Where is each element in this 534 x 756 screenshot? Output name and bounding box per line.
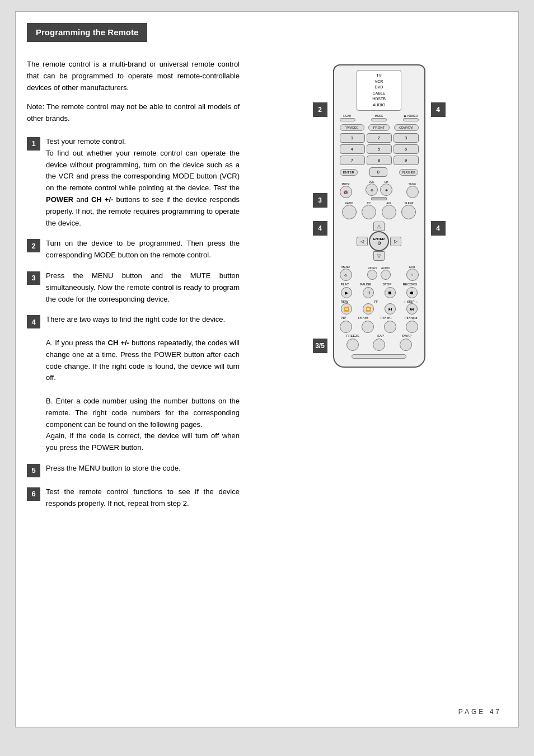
freeze-button[interactable] bbox=[346, 339, 359, 351]
nav-mid-row: ◁ ENTER ⊙ ▷ bbox=[357, 231, 401, 251]
pip-labels-row: PIP PIP ch PIP ch+ PIPInput bbox=[340, 316, 419, 320]
page-title: Programming the Remote bbox=[36, 27, 138, 37]
ratio-button[interactable] bbox=[342, 205, 357, 219]
step-text-2: Turn on the device to be programmed. The… bbox=[46, 238, 240, 261]
nav-down-button[interactable]: ▽ bbox=[373, 251, 385, 261]
swap-button[interactable] bbox=[400, 339, 412, 351]
light-label: LIGHT bbox=[343, 114, 352, 118]
num-9-button[interactable]: 9 bbox=[394, 156, 419, 165]
nav-up-row: △ bbox=[373, 222, 385, 231]
nav-down-row: ▽ bbox=[373, 251, 385, 261]
sleep-button[interactable] bbox=[401, 205, 416, 219]
callout-4-top: 4 bbox=[431, 102, 446, 117]
top-button-row: LIGHT MODE ⏻ POWER bbox=[340, 114, 419, 121]
num-3-button[interactable]: 3 bbox=[394, 133, 419, 143]
mute-button[interactable]: 🔇 bbox=[340, 186, 352, 198]
header-bar: Programming the Remote bbox=[27, 23, 147, 42]
num-6-button[interactable]: 6 bbox=[394, 144, 419, 154]
num-5-button[interactable]: 5 bbox=[367, 144, 392, 154]
rew-button[interactable]: ⏪ bbox=[341, 303, 352, 314]
sap-button[interactable] bbox=[373, 339, 385, 351]
record-button[interactable]: ⏺ bbox=[406, 287, 418, 298]
right-column: 2 4 4 4 3/5 3 TV VCR DVD CABLE bbox=[251, 59, 507, 519]
pip-ch-label: PIP ch bbox=[358, 316, 368, 320]
num-4-button[interactable]: 4 bbox=[340, 144, 365, 154]
step-1: 1 Test your remote control. To find out … bbox=[27, 136, 240, 229]
freeze-label: FREEZE bbox=[346, 334, 360, 337]
callout-4-left-mid: 4 bbox=[313, 221, 327, 236]
power-button[interactable] bbox=[403, 118, 419, 121]
freeze-sap-swap-labels: FREEZE SAP SWAP bbox=[340, 334, 419, 337]
play-label: PLAY bbox=[341, 283, 349, 286]
menu-button[interactable]: ⊙ bbox=[340, 269, 352, 281]
rew-ff-row: ⏪ ⏩ ⏮ ⏭ bbox=[340, 303, 419, 314]
mode-button[interactable] bbox=[371, 118, 387, 121]
nav-right-button[interactable]: ▷ bbox=[390, 237, 401, 246]
num-0-button[interactable]: 0 bbox=[369, 167, 387, 177]
pip-button[interactable] bbox=[340, 321, 352, 333]
transport-labels: PLAY PAUSE STOP RECORD bbox=[340, 283, 419, 286]
cc-button[interactable] bbox=[362, 205, 376, 219]
video-button[interactable] bbox=[367, 270, 377, 280]
sap-label: SAP bbox=[377, 334, 384, 337]
num-8-button[interactable]: 8 bbox=[367, 156, 392, 165]
num-2-button[interactable]: 2 bbox=[367, 133, 392, 143]
play-button[interactable]: ▶ bbox=[341, 287, 352, 298]
pause-button[interactable]: ⏸ bbox=[363, 287, 374, 298]
callout-35-left: 3/5 bbox=[313, 339, 327, 353]
stop-button[interactable]: ⏹ bbox=[385, 287, 396, 298]
num-1-button[interactable]: 1 bbox=[340, 133, 365, 143]
comp-dvi-button[interactable]: COMP/DVI bbox=[394, 124, 419, 131]
skip-fwd-button[interactable]: ⏭ bbox=[406, 303, 418, 314]
skip-back-button[interactable]: ⏮ bbox=[385, 303, 396, 314]
number-grid: 1 2 3 4 5 6 7 8 9 bbox=[340, 133, 419, 165]
pip-label: PIP bbox=[341, 316, 346, 320]
surf-button[interactable] bbox=[406, 186, 419, 198]
mode-hdstb: HDSTB bbox=[360, 96, 397, 102]
menu-exit-row: MENU ⊙ VIDEO AUDIO bbox=[340, 265, 419, 281]
nav-left-button[interactable]: ◁ bbox=[357, 237, 368, 246]
skip-label: ⌐ SKIP ¬ bbox=[404, 300, 418, 303]
mute-surf-row: MUTE 🔇 VOL ⊕ CH ⊕ bbox=[340, 180, 419, 200]
step-5: 5 Press the MENU button to store the cod… bbox=[27, 463, 240, 477]
nav-cluster: △ ◁ ENTER ⊙ ▷ ▽ bbox=[340, 222, 419, 261]
step-3: 3 Press the MENU button and the MUTE but… bbox=[27, 270, 240, 305]
avl-button[interactable] bbox=[382, 205, 396, 219]
nav-up-button[interactable]: △ bbox=[373, 222, 385, 231]
input-select-row: TV/VIDEO FRONT COMP/DVI bbox=[340, 124, 419, 131]
num-7-button[interactable]: 7 bbox=[340, 156, 365, 165]
remote-ir-bar bbox=[352, 354, 407, 359]
swap-label: SWAP bbox=[402, 334, 411, 337]
nav-enter-button[interactable]: ENTER ⊙ bbox=[369, 231, 389, 251]
light-button[interactable] bbox=[340, 118, 355, 121]
step-text-5: Press the MENU button to store the code. bbox=[46, 463, 181, 475]
callout-2-top: 2 bbox=[313, 102, 327, 117]
tv-video-button[interactable]: TV/VIDEO bbox=[340, 124, 364, 131]
step-text-1: Test your remote control. To find out wh… bbox=[46, 136, 240, 229]
step-num-6: 6 bbox=[27, 487, 40, 501]
flashbk-button[interactable]: FLASHBK bbox=[399, 169, 419, 176]
ch-button[interactable]: ⊕ bbox=[380, 184, 392, 196]
ff-button[interactable]: ⏩ bbox=[363, 303, 374, 314]
front-button[interactable]: FRONT bbox=[368, 124, 390, 131]
pip-chplus-button[interactable] bbox=[384, 321, 396, 333]
audio-button[interactable] bbox=[381, 270, 391, 280]
enter-button-small[interactable]: ENTER bbox=[340, 169, 358, 176]
step-text-3: Press the MENU button and the MUTE butto… bbox=[46, 270, 240, 305]
mode-cable: CABLE bbox=[360, 91, 397, 97]
intro-paragraph1: The remote control is a multi-brand or u… bbox=[27, 59, 240, 93]
callout-3-mid: 3 bbox=[313, 193, 327, 208]
record-label: RECORD bbox=[402, 283, 417, 286]
vol-button[interactable]: ⊕ bbox=[366, 184, 378, 196]
mode-vcr: VCR bbox=[360, 79, 397, 85]
step-num-5: 5 bbox=[27, 464, 40, 477]
remote-wrapper: 2 4 4 4 3/5 3 TV VCR DVD CABLE bbox=[333, 64, 425, 368]
intro-paragraph2: Note: The remote control may not be able… bbox=[27, 101, 240, 125]
step-num-4: 4 bbox=[27, 315, 40, 328]
pip-ch-button[interactable] bbox=[362, 321, 374, 333]
enter-zero-flashbk-row: ENTER 0 FLASHBK bbox=[340, 167, 419, 177]
exit-button[interactable]: ○ bbox=[406, 269, 419, 281]
mode-label: MODE bbox=[375, 114, 383, 118]
pip-input-button[interactable] bbox=[406, 321, 418, 333]
pip-row bbox=[340, 321, 419, 333]
